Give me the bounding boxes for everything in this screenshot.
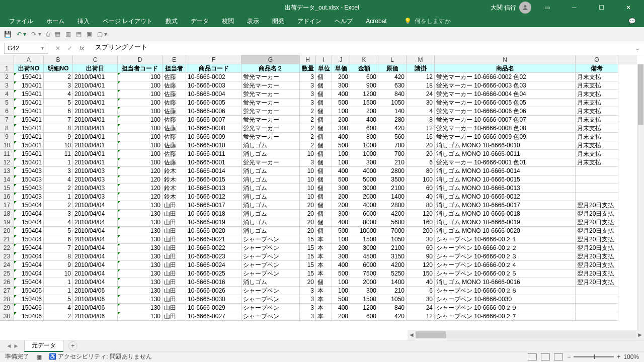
cell[interactable]: 翌月20日支払: [576, 201, 618, 210]
cell[interactable]: 120: [407, 210, 435, 218]
cell[interactable]: 24: [407, 304, 435, 312]
cell[interactable]: 150404: [14, 201, 44, 210]
cell[interactable]: 2010/04/01: [73, 81, 118, 90]
col-header[interactable]: D: [118, 55, 163, 64]
cell[interactable]: 400: [332, 304, 350, 312]
cell[interactable]: 蛍光マーカー 10-6666-0005 色05: [435, 99, 576, 107]
cell[interactable]: 翌月20日支払: [576, 269, 618, 278]
cell[interactable]: 300: [332, 210, 350, 218]
cell[interactable]: 月末支払: [576, 107, 618, 116]
cell[interactable]: 1050: [378, 235, 407, 244]
cell[interactable]: 150406: [14, 312, 44, 321]
cell[interactable]: 消しゴム MONO 10-6666-0015: [435, 175, 576, 184]
cell[interactable]: 5: [44, 295, 73, 304]
cell[interactable]: 5000: [350, 175, 378, 184]
cell[interactable]: 消しゴム: [242, 150, 300, 158]
ribbon-tab[interactable]: Acrobat: [360, 16, 392, 27]
cell[interactable]: 月末支払: [576, 141, 618, 150]
cell[interactable]: 200: [332, 201, 350, 210]
cell[interactable]: 12: [407, 73, 435, 81]
cell[interactable]: 個: [316, 167, 332, 175]
formula-input[interactable]: スプリングノート: [91, 43, 631, 54]
row-header[interactable]: 24: [0, 261, 14, 269]
cell[interactable]: 12: [407, 124, 435, 133]
cell[interactable]: 400: [350, 116, 378, 124]
cell[interactable]: 8: [44, 252, 73, 261]
cell[interactable]: 山田: [163, 295, 186, 304]
cell[interactable]: 10-6666-0012: [186, 193, 242, 201]
cell[interactable]: 10-6666-0027: [186, 312, 242, 321]
cell[interactable]: 本: [316, 252, 332, 261]
qat-icon[interactable]: ▥: [65, 31, 71, 38]
cell[interactable]: シャープペン 10-6666-00２６: [435, 287, 576, 295]
cell[interactable]: 120: [118, 193, 163, 201]
cell[interactable]: 130: [118, 235, 163, 244]
cell[interactable]: 18: [407, 81, 435, 90]
cell[interactable]: 1400: [378, 193, 407, 201]
cell[interactable]: 300: [350, 287, 378, 295]
cell[interactable]: シャープペン: [242, 295, 300, 304]
cell[interactable]: 2010/04/03: [73, 167, 118, 175]
enter-icon[interactable]: ✓: [67, 45, 72, 52]
cell[interactable]: 600: [350, 312, 378, 321]
cell[interactable]: 個: [316, 158, 332, 167]
cell[interactable]: 原価: [378, 64, 407, 73]
cell[interactable]: 3500: [378, 175, 407, 184]
cell[interactable]: シャープペン 10-6666-0030: [435, 295, 576, 304]
cell[interactable]: 150401: [14, 99, 44, 107]
row-header[interactable]: 14: [0, 175, 14, 184]
cell[interactable]: 個: [316, 116, 332, 124]
cell[interactable]: [576, 295, 618, 304]
cell[interactable]: 出荷NO: [14, 64, 44, 73]
col-header[interactable]: B: [44, 55, 73, 64]
cell[interactable]: 8000: [350, 218, 378, 227]
cell[interactable]: 月末支払: [576, 158, 618, 167]
cell[interactable]: 単位: [316, 64, 332, 73]
cell[interactable]: シャープペン: [242, 252, 300, 261]
cell[interactable]: 山田: [163, 235, 186, 244]
cell[interactable]: 1200: [350, 304, 378, 312]
cell[interactable]: 10-6666-0030: [186, 295, 242, 304]
cell[interactable]: 20: [407, 150, 435, 158]
cell[interactable]: 2010/04/04: [73, 235, 118, 244]
formula-expand-icon[interactable]: ⌄: [631, 45, 644, 52]
cell[interactable]: 翌月20日支払: [576, 278, 618, 287]
cell[interactable]: 商品名: [435, 64, 576, 73]
cell[interactable]: 蛍光マーカー: [242, 90, 300, 99]
cell[interactable]: 150401: [14, 116, 44, 124]
cell[interactable]: 400: [332, 90, 350, 99]
ribbon-tab[interactable]: 校閲: [216, 15, 240, 28]
cell[interactable]: 本: [316, 244, 332, 252]
cell[interactable]: 15: [300, 235, 316, 244]
cell[interactable]: 佐藤: [163, 116, 186, 124]
qat-icon[interactable]: ▣: [87, 31, 92, 38]
cell[interactable]: 150404: [14, 227, 44, 235]
cell[interactable]: 山田: [163, 304, 186, 312]
cell[interactable]: 10-6666-0018: [186, 210, 242, 218]
select-all-button[interactable]: [0, 55, 14, 64]
cell[interactable]: 10-6666-0019: [186, 218, 242, 227]
zoom-level[interactable]: 100%: [623, 353, 639, 360]
cell[interactable]: 420: [378, 312, 407, 321]
col-header[interactable]: E: [163, 55, 186, 64]
cell[interactable]: 個: [316, 227, 332, 235]
cell[interactable]: [576, 167, 618, 175]
cell[interactable]: 300: [332, 252, 350, 261]
cell[interactable]: 4200: [378, 210, 407, 218]
qat-icon[interactable]: ▤: [76, 31, 82, 38]
cell[interactable]: 消しゴム MONO 10-6666-0014: [435, 167, 576, 175]
maximize-button[interactable]: ☐: [590, 0, 613, 15]
cell[interactable]: 2: [300, 116, 316, 124]
col-header[interactable]: F: [186, 55, 242, 64]
cell[interactable]: 840: [378, 304, 407, 312]
cell[interactable]: 10-6666-0029: [186, 304, 242, 312]
cell[interactable]: 2: [44, 312, 73, 321]
col-header[interactable]: N: [435, 55, 576, 64]
cell[interactable]: 10000: [350, 227, 378, 235]
cell[interactable]: 10-6666-0016: [186, 278, 242, 287]
cell[interactable]: 明細NO: [44, 64, 73, 73]
cell[interactable]: 1000: [350, 141, 378, 150]
cell[interactable]: 10-6666-0017: [186, 201, 242, 210]
cell[interactable]: 出荷日: [73, 64, 118, 73]
cell[interactable]: 月末支払: [576, 150, 618, 158]
